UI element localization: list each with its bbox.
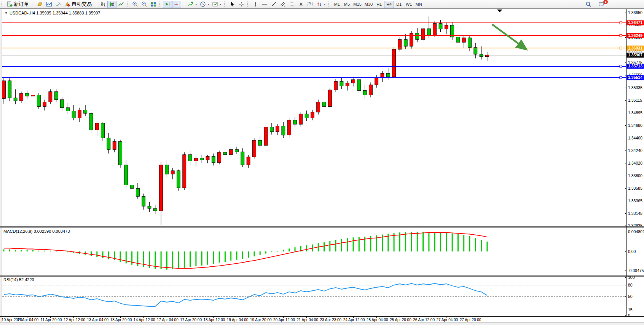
zoom-in-button[interactable] — [131, 1, 140, 8]
tf-button-H4[interactable]: H4 — [384, 1, 394, 8]
date-tick-label: 11 Apr 04:00 — [17, 318, 38, 322]
candle-body — [445, 25, 448, 29]
candle-body — [416, 33, 419, 40]
symbol-dropdown-icon[interactable]: ▼ — [5, 11, 8, 15]
candle-body — [142, 197, 145, 207]
chart-shift-icon — [174, 1, 180, 7]
date-tick-label: 13 Apr 20:00 — [110, 318, 132, 322]
toolbar-grip — [183, 2, 185, 7]
candle-body — [369, 85, 372, 95]
candle-body — [421, 29, 425, 40]
svg-text:F: F — [293, 5, 294, 7]
zoom-out-button[interactable] — [140, 1, 149, 8]
rsi-tick-label: 100 — [628, 275, 635, 280]
notifications-button[interactable]: 1 — [597, 1, 606, 8]
rsi-tick-label: 15 — [628, 307, 633, 312]
candle-body — [462, 38, 465, 42]
chevron-down-icon: ▾ — [324, 3, 325, 6]
price-tick-label: 1.34895 — [628, 110, 642, 115]
candle-body — [287, 120, 291, 135]
chart-shift-button[interactable] — [172, 1, 181, 8]
candle-body — [113, 141, 116, 149]
macd-label: MACD(12,26,9) 0.002390 0.003473 — [3, 229, 70, 234]
crosshair-icon — [238, 1, 244, 7]
new-order-button[interactable]: 新订单 — [5, 1, 30, 8]
candle-body — [101, 123, 105, 138]
signals-button[interactable] — [54, 1, 63, 8]
price-tick-label: 1.34020 — [628, 161, 642, 165]
candle-body — [165, 165, 169, 174]
trendline-button[interactable] — [269, 1, 278, 8]
candle-body — [363, 91, 367, 95]
svg-text:T: T — [309, 2, 311, 6]
line-handle[interactable] — [620, 77, 622, 79]
candle-body — [119, 141, 122, 165]
candle-body — [130, 185, 134, 189]
candle-body — [61, 100, 64, 108]
tf-button-M30[interactable]: M30 — [363, 1, 374, 8]
arrows-icon — [316, 1, 322, 7]
chevron-down-icon: ▾ — [207, 3, 209, 6]
candle-body — [357, 80, 361, 91]
line-chart-button[interactable] — [116, 1, 126, 8]
tile-windows-button[interactable] — [149, 1, 158, 8]
candle-body — [95, 123, 99, 130]
search-button[interactable] — [584, 1, 593, 8]
line-handle[interactable] — [620, 47, 622, 49]
candle-body — [200, 158, 204, 160]
arrows-button[interactable]: ▾ — [315, 1, 327, 8]
price-tag-label: 1.36471 — [628, 20, 642, 25]
indicators-button[interactable]: ▾ — [186, 1, 198, 8]
candle-body — [78, 110, 81, 118]
crosshair-button[interactable] — [237, 1, 246, 8]
horizontal-line-button[interactable] — [260, 1, 269, 8]
price-tag-label: 1.36031 — [628, 46, 642, 50]
tf-button-W1[interactable]: W1 — [404, 1, 414, 8]
tf-button-M5[interactable]: M5 — [342, 1, 352, 8]
candlestick-chart-button[interactable] — [107, 1, 116, 8]
line-handle[interactable] — [620, 34, 622, 37]
candle-body — [188, 155, 192, 161]
auto-scroll-button[interactable] — [163, 1, 172, 8]
tf-button-H1[interactable]: H1 — [374, 1, 384, 8]
text-button[interactable]: A — [296, 1, 306, 8]
candle-body — [148, 206, 151, 208]
line-handle[interactable] — [620, 22, 622, 24]
auto-trading-icon — [64, 1, 70, 7]
price-tick-label: 1.33800 — [628, 173, 642, 178]
bar-chart-icon — [100, 1, 106, 7]
tf-button-M1[interactable]: M1 — [332, 1, 342, 8]
chart-canvas[interactable]: 1.366501.364301.362101.359901.357751.355… — [0, 8, 644, 322]
date-tick-label: 11 Apr 20:00 — [40, 318, 62, 322]
auto-trading-label: 自动交易 — [72, 1, 92, 8]
candle-body — [235, 149, 239, 152]
auto-trading-button[interactable]: 自动交易 — [63, 1, 93, 8]
bar-chart-button[interactable] — [98, 1, 107, 8]
periods-button[interactable]: ▾ — [198, 1, 210, 8]
candle-body — [194, 158, 198, 161]
text-label-button[interactable]: T — [306, 1, 315, 8]
line-handle[interactable] — [620, 65, 622, 67]
text-label-icon: T — [307, 1, 313, 7]
fibonacci-button[interactable]: F — [287, 1, 296, 8]
svg-text:E: E — [284, 5, 286, 7]
date-tick-label: 21 Apr 04:00 — [296, 318, 318, 322]
tf-button-D1[interactable]: D1 — [394, 1, 404, 8]
chart-window: 1.366501.364301.362101.359901.357751.355… — [0, 8, 644, 322]
templates-button[interactable]: ▾ — [210, 1, 223, 8]
tf-button-MN[interactable]: MN — [414, 1, 424, 8]
candle-body — [31, 95, 35, 96]
candle-body — [468, 38, 472, 48]
candle-body — [433, 24, 437, 35]
charts-button[interactable] — [35, 1, 45, 8]
vertical-line-button[interactable] — [251, 1, 260, 8]
tf-button-M15[interactable]: M15 — [352, 1, 363, 8]
equidistant-channel-icon: E — [280, 1, 286, 7]
price-tick-label: 1.33145 — [628, 211, 642, 216]
equidistant-channel-button[interactable]: E — [278, 1, 287, 8]
market-watch-button[interactable] — [45, 1, 54, 8]
cursor-button[interactable] — [228, 1, 237, 8]
chevron-down-icon: ▾ — [195, 3, 197, 6]
date-tick-label: 19 Apr 20:00 — [250, 318, 272, 322]
price-tick-label: 1.34240 — [628, 148, 642, 153]
